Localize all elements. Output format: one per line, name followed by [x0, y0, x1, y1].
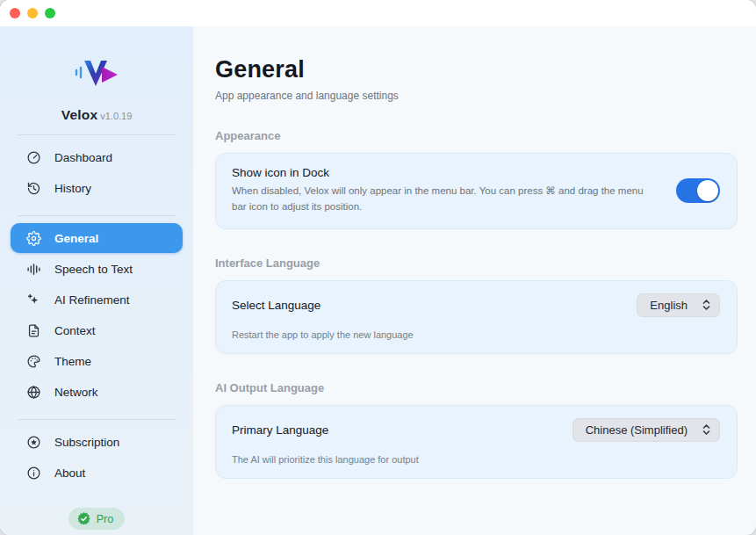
app-logo-block: Veloxv1.0.19: [0, 53, 193, 123]
sidebar-item-label: Context: [54, 324, 96, 337]
sidebar-nav-group-top: Dashboard History: [0, 142, 193, 204]
setting-title-dock-icon: Show icon in Dock: [232, 166, 660, 179]
titlebar: [0, 0, 756, 26]
gear-icon: [25, 230, 41, 246]
sidebar-nav-group-settings: General Speech to Text: [0, 223, 193, 408]
sidebar-divider: [18, 134, 176, 135]
pro-badge-wrap: Pro: [0, 508, 193, 530]
page-subtitle: App appearance and language settings: [215, 90, 738, 102]
sidebar-item-context[interactable]: Context: [11, 315, 183, 345]
sidebar-item-label: General: [54, 232, 98, 245]
sidebar-nav-group-bottom: Subscription About: [0, 427, 193, 488]
sidebar-item-about[interactable]: About: [11, 458, 183, 488]
sidebar-item-theme[interactable]: Theme: [11, 346, 183, 376]
info-icon: [25, 465, 41, 481]
sidebar-item-general[interactable]: General: [11, 223, 183, 253]
setting-helper-text: The AI will prioritize this language for…: [232, 454, 720, 465]
sidebar-item-network[interactable]: Network: [11, 377, 183, 407]
history-icon: [25, 180, 41, 196]
zoom-window-button[interactable]: [45, 8, 55, 18]
main-panel: General App appearance and language sett…: [193, 26, 756, 535]
interface-language-select[interactable]: English: [637, 293, 720, 317]
sidebar-item-history[interactable]: History: [11, 173, 183, 203]
chevron-up-down-icon: [702, 299, 711, 311]
pro-seal-check-icon: [77, 512, 90, 525]
section-heading-appearance: Appearance: [215, 129, 738, 142]
app-name: Velox: [61, 107, 98, 122]
pro-badge-label: Pro: [97, 513, 113, 525]
minimize-window-button[interactable]: [27, 8, 38, 18]
section-heading-interface-language: Interface Language: [215, 257, 738, 270]
app-name-row: Veloxv1.0.19: [0, 107, 193, 123]
sidebar-item-label: About: [54, 466, 85, 480]
toggle-knob: [697, 180, 718, 201]
sidebar-item-label: Subscription: [54, 436, 119, 449]
setting-helper-text: Restart the app to apply the new languag…: [232, 329, 720, 340]
ai-output-language-card: Primary Language Chinese (Simplified) Th…: [215, 405, 738, 479]
appearance-card: Show icon in Dock When disabled, Velox w…: [215, 153, 738, 229]
sidebar-item-label: Dashboard: [54, 151, 112, 164]
sidebar-item-label: History: [54, 182, 91, 195]
sidebar-item-ai-refinement[interactable]: AI Refinement: [11, 285, 183, 314]
waveform-icon: [25, 261, 41, 277]
globe-icon: [25, 384, 41, 400]
setting-title-select-language: Select Language: [232, 299, 320, 312]
pro-badge: Pro: [68, 508, 125, 530]
app-version: v1.0.19: [100, 111, 132, 121]
sidebar-divider: [18, 215, 176, 216]
sidebar-item-label: Speech to Text: [54, 263, 133, 276]
setting-description: When disabled, Velox will only appear in…: [232, 184, 660, 215]
select-value: English: [650, 299, 688, 312]
gauge-icon: [25, 149, 41, 165]
dock-icon-toggle[interactable]: [676, 178, 720, 203]
sidebar-item-subscription[interactable]: Subscription: [11, 427, 183, 457]
sidebar-item-dashboard[interactable]: Dashboard: [11, 142, 183, 172]
select-value: Chinese (Simplified): [586, 423, 688, 437]
sidebar: Veloxv1.0.19 Dashboard: [0, 26, 193, 535]
interface-language-card: Select Language English Restart the app …: [215, 280, 738, 354]
setting-text-block: Show icon in Dock When disabled, Velox w…: [232, 166, 660, 215]
document-icon: [25, 322, 41, 338]
app-window: Veloxv1.0.19 Dashboard: [0, 0, 756, 535]
velox-logo-icon: [72, 53, 121, 93]
sidebar-item-speech-to-text[interactable]: Speech to Text: [11, 254, 183, 284]
sidebar-item-label: Theme: [54, 355, 91, 368]
close-window-button[interactable]: [10, 8, 20, 18]
chevron-up-down-icon: [702, 423, 711, 436]
sidebar-item-label: Network: [54, 386, 98, 399]
sparkles-icon: [25, 292, 41, 307]
section-heading-ai-output-language: AI Output Language: [215, 381, 738, 394]
sidebar-item-label: AI Refinement: [54, 293, 130, 307]
setting-title-primary-language: Primary Language: [232, 423, 328, 437]
traffic-lights: [10, 8, 55, 18]
primary-language-select[interactable]: Chinese (Simplified): [572, 418, 720, 442]
page-title: General: [215, 56, 738, 83]
sidebar-divider: [18, 419, 176, 420]
star-circle-icon: [25, 434, 41, 450]
palette-icon: [25, 353, 41, 369]
